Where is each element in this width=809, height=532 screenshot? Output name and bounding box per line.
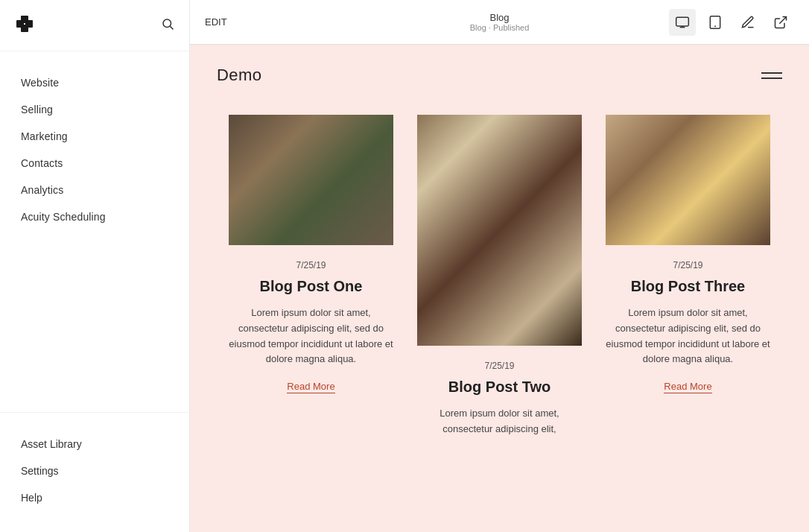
topbar-inner: EDIT Blog Blog · Published [205,9,794,36]
blog-post-2-title: Blog Post Two [448,379,551,396]
sidebar-item-marketing[interactable]: Marketing [0,123,189,150]
svg-line-11 [779,16,786,23]
blog-post-3-image [606,115,770,245]
open-external-button[interactable] [767,9,794,36]
sidebar-item-contacts[interactable]: Contacts [0,150,189,177]
hamburger-line-2 [761,77,782,79]
desktop-view-button[interactable] [669,9,696,36]
sidebar-item-acuity[interactable]: Acuity Scheduling [0,203,189,230]
page-subtitle: Blog · Published [470,23,530,32]
blog-post-1-title: Blog Post One [260,278,363,295]
sidebar-header [0,0,189,51]
blog-post-1-excerpt: Lorem ipsum dolor sit amet, consectetur … [229,305,393,367]
sidebar-item-help[interactable]: Help [0,484,189,511]
blog-post-2-date: 7/25/19 [484,361,514,371]
blog-post-2-excerpt: Lorem ipsum dolor sit amet, consectetur … [417,406,582,437]
main-content: EDIT Blog Blog · Published [190,0,809,532]
demo-nav: Demo [190,45,809,100]
preview-area: Demo 7/25/19 Blog Post One Lorem ipsum d… [190,45,809,532]
hamburger-menu[interactable] [761,72,782,79]
demo-site-name: Demo [217,66,261,85]
sidebar: Website Selling Marketing Contacts Analy… [0,0,190,532]
blog-card-1: 7/25/19 Blog Post One Lorem ipsum dolor … [217,115,405,469]
topbar-page-info: Blog Blog · Published [470,12,530,32]
blog-post-3-date: 7/25/19 [673,260,702,270]
blog-post-3-title: Blog Post Three [631,278,745,295]
svg-rect-3 [16,20,24,28]
sidebar-item-website[interactable]: Website [0,69,189,96]
svg-rect-6 [676,17,689,26]
topbar: EDIT Blog Blog · Published [190,0,809,45]
sidebar-bottom: Asset Library Settings Help [0,412,189,532]
search-icon[interactable] [161,17,174,34]
squarespace-logo[interactable] [15,13,39,37]
edit-styles-button[interactable] [735,9,761,36]
blog-post-3-read-more[interactable]: Read More [664,381,711,393]
blog-card-3: 7/25/19 Blog Post Three Lorem ipsum dolo… [594,115,782,469]
svg-line-5 [170,26,173,29]
blog-post-2-image [417,115,582,346]
blog-grid: 7/25/19 Blog Post One Lorem ipsum dolor … [190,100,809,495]
sidebar-nav: Website Selling Marketing Contacts Analy… [0,51,189,412]
blog-post-1-image [229,115,393,245]
svg-point-4 [163,19,171,28]
edit-button[interactable]: EDIT [205,16,227,28]
sidebar-item-selling[interactable]: Selling [0,96,189,123]
topbar-actions [669,9,794,36]
page-title: Blog [470,12,530,23]
hamburger-line-1 [761,72,782,74]
blog-post-3-excerpt: Lorem ipsum dolor sit amet, consectetur … [606,305,770,367]
sidebar-item-analytics[interactable]: Analytics [0,177,189,203]
blog-post-1-read-more[interactable]: Read More [287,381,334,393]
sidebar-item-settings[interactable]: Settings [0,457,189,484]
sidebar-item-asset-library[interactable]: Asset Library [0,431,189,457]
blog-post-1-date: 7/25/19 [296,260,326,270]
blog-card-2: 7/25/19 Blog Post Two Lorem ipsum dolor … [405,115,594,469]
tablet-view-button[interactable] [702,9,729,36]
